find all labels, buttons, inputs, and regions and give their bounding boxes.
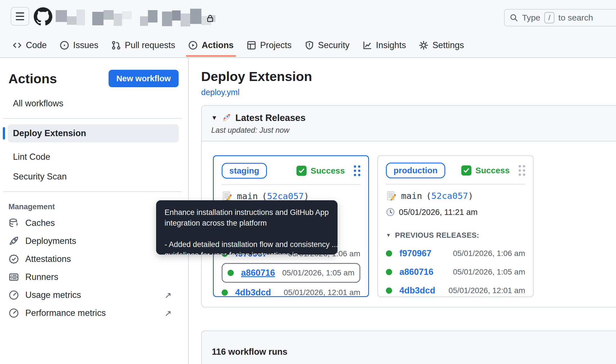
sidebar-item-security-scan[interactable]: Security Scan [13,172,188,182]
meter-icon [8,290,19,300]
top-header: Type / to search Code Issues Pull reques… [0,0,616,58]
tab-label: Settings [432,40,464,50]
tooltip-line: - Added detailed installation flow and c… [165,239,329,250]
workflow-runs-count: 116 workflow runs [212,347,616,357]
tab-code[interactable]: Code [7,33,52,57]
previous-releases-text: PREVIOUS RELEASES: [395,231,479,240]
release-sha-link[interactable]: a860716 [241,268,275,278]
latest-releases-title: Latest Releases [235,113,305,123]
tooltip-line [165,228,329,239]
previous-releases-label[interactable]: ▼ PREVIOUS RELEASES: [386,230,525,240]
success-dot-icon [228,270,234,276]
commit-message-tooltip: Enhance installation instructions and Gi… [156,200,338,255]
gear-icon [419,41,428,50]
release-date: 05/01/2026, 1:06 am [453,249,525,258]
page-title: Deploy Extension [201,69,312,84]
sidebar-title: Actions [8,71,57,86]
management-item-label: Caches [25,218,55,228]
status-text: Success [475,166,510,175]
rocket-emoji-icon [221,113,231,123]
sidebar-item-usage-metrics[interactable]: Usage metrics ↗ [8,286,172,304]
latest-releases-header: ▼ Latest Releases Last updated: Just now [202,106,616,141]
management-item-label: Deployments [25,236,76,246]
search-input[interactable]: Type / to search [504,9,616,26]
staging-commit-link[interactable]: 52ca057 [267,191,304,201]
clock-icon [386,208,395,217]
meter-icon [8,308,19,318]
success-dot-icon [386,250,392,257]
tab-security[interactable]: Security [300,33,355,57]
deploy-timestamp: 05/01/2026, 11:21 am [399,208,478,217]
production-previous-releases: f970967 05/01/2026, 1:06 am a860716 05/0… [386,244,525,300]
staging-env-pill[interactable]: staging [222,163,267,179]
graph-icon [363,41,372,50]
tab-actions[interactable]: Actions [183,33,239,57]
hamburger-menu-button[interactable] [11,7,29,26]
code-icon [12,41,22,50]
sidebar-item-all-workflows[interactable]: All workflows [13,98,188,109]
last-updated-text: Last updated: Just now [211,126,613,135]
release-row: 4db3dcd 05/01/2026, 12:01 am [386,281,525,300]
release-sha-link[interactable]: f970967 [399,248,431,259]
paren: ) [304,191,309,201]
release-sha-link[interactable]: 4db3dcd [399,286,435,296]
tab-label: Insights [376,40,406,50]
production-status: Success [461,165,525,176]
drag-handle-icon[interactable] [519,165,525,176]
collapse-caret-icon: ▼ [386,232,391,238]
slash-key-hint: / [544,12,554,23]
workflow-label: Deploy Extension [8,128,86,138]
search-icon [510,14,518,22]
sidebar-item-runners[interactable]: Runners [8,268,172,286]
server-icon [8,272,19,282]
memo-icon [386,191,396,201]
sidebar-item-deploy-extension[interactable]: Deploy Extension [8,124,179,142]
success-dot-icon [222,289,228,296]
play-icon [188,41,198,50]
management-item-label: Runners [25,272,58,282]
table-icon [247,41,256,50]
issue-icon [60,41,69,50]
staging-commit-row: main (52ca057) [222,191,360,201]
sidebar-item-attestations[interactable]: Attestations [8,250,172,268]
tab-insights[interactable]: Insights [358,33,411,57]
tab-label: Projects [260,40,292,50]
production-release-card: production Success main (52ca057) 05/01/… [377,155,534,297]
paren: ( [426,191,431,201]
tab-settings[interactable]: Settings [414,33,469,57]
release-row-focused[interactable]: a860716 05/01/2026, 1:05 am [222,263,360,283]
drag-handle-icon[interactable] [354,165,360,176]
branch-name: main [401,191,422,201]
new-workflow-button[interactable]: New workflow [109,70,179,87]
production-commit-link[interactable]: 52ca057 [431,191,468,201]
memo-icon [222,191,232,201]
success-dot-icon [386,269,392,275]
tab-issues[interactable]: Issues [55,33,104,57]
paren: ) [468,191,473,201]
sidebar-item-lint-code[interactable]: Lint Code [13,152,188,162]
staging-status: Success [296,165,360,176]
sidebar-item-performance-metrics[interactable]: Performance metrics ↗ [8,304,172,322]
sidebar-item-caches[interactable]: Caches [8,214,172,232]
workflow-file-link[interactable]: deploy.yml [201,88,239,97]
release-row: 4db3dcd 05/01/2026, 12:01 am [222,283,360,302]
tab-projects[interactable]: Projects [242,33,297,57]
success-check-icon [296,166,307,176]
release-sha-link[interactable]: a860716 [399,267,433,277]
rocket-outline-icon [8,236,19,246]
production-deploy-time: 05/01/2026, 11:21 am [386,206,525,218]
shield-icon [305,41,314,50]
release-date: 05/01/2026, 1:05 am [453,268,525,277]
tab-pull-requests[interactable]: Pull requests [106,33,180,57]
repo-nav-tabs: Code Issues Pull requests Actions Projec… [7,33,469,57]
search-placeholder-suffix: to search [558,13,593,23]
sidebar-divider [3,118,182,119]
release-date: 05/01/2026, 12:01 am [284,288,360,297]
sidebar-item-deployments[interactable]: Deployments [8,232,172,250]
tooltip-line: Enhance installation instructions and Gi… [165,207,329,218]
collapse-caret-icon[interactable]: ▼ [211,114,217,122]
production-env-pill[interactable]: production [386,163,445,178]
release-sha-link[interactable]: 4db3dcd [235,287,271,298]
github-logo-icon[interactable] [34,7,52,26]
github-actions-page: Type / to search Code Issues Pull reques… [0,0,616,364]
